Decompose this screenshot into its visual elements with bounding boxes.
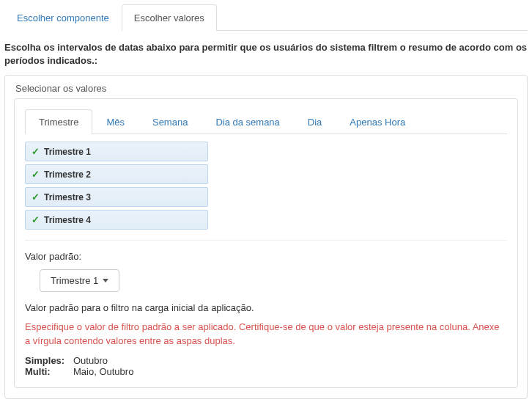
default-value-help: Valor padrão para o filtro na carga inic… [25,302,507,313]
tab-trimestre[interactable]: Trimestre [25,109,92,134]
dropdown-selected-text: Trimestre 1 [51,275,98,286]
example-multi-value: Maio, Outubro [73,366,133,377]
value-label: Trimestre 4 [44,215,91,225]
outer-tabs: Escolher componente Escolher valores [4,4,528,31]
check-icon: ✓ [32,146,40,157]
tab-choose-component[interactable]: Escolher componente [4,4,122,31]
select-values-fieldset: Selecionar os valores Trimestre Mês Sema… [4,75,528,398]
default-value-examples: Simples: Outubro Multi: Maio, Outubro [25,355,507,377]
tab-dia-da-semana[interactable]: Dia da semana [202,109,293,134]
value-label: Trimestre 1 [44,147,91,157]
check-icon: ✓ [32,191,40,202]
value-label: Trimestre 2 [44,169,91,180]
tab-mes[interactable]: Mês [92,109,138,134]
period-tabs: Trimestre Mês Semana Dia da semana Dia A… [25,109,507,134]
default-value-warning: Especifique o valor de filtro padrão a s… [25,321,507,347]
tab-apenas-hora[interactable]: Apenas Hora [336,109,419,134]
example-simple-label: Simples: [25,355,69,366]
default-value-dropdown[interactable]: Trimestre 1 [40,269,119,292]
fieldset-legend: Selecionar os valores [14,83,518,98]
default-value-section: Valor padrão: Trimestre 1 Valor padrão p… [25,240,507,376]
value-list: ✓ Trimestre 1 ✓ Trimestre 2 ✓ Trimestre … [25,142,507,230]
check-icon: ✓ [32,214,40,225]
tab-semana[interactable]: Semana [138,109,202,134]
default-value-label: Valor padrão: [25,251,507,262]
tab-dia[interactable]: Dia [294,109,336,134]
value-item-trimestre-2[interactable]: ✓ Trimestre 2 [25,164,208,184]
tab-choose-values[interactable]: Escolher valores [122,4,217,31]
value-item-trimestre-1[interactable]: ✓ Trimestre 1 [25,142,208,161]
example-simple-value: Outubro [73,355,108,366]
value-item-trimestre-3[interactable]: ✓ Trimestre 3 [25,187,208,207]
values-panel: Trimestre Mês Semana Dia da semana Dia A… [14,98,518,387]
caret-down-icon [103,279,108,282]
instruction-text: Escolha os intervalos de datas abaixo pa… [4,41,528,67]
value-item-trimestre-4[interactable]: ✓ Trimestre 4 [25,210,208,230]
check-icon: ✓ [32,169,40,180]
example-multi-label: Multi: [25,366,69,377]
value-label: Trimestre 3 [44,192,91,202]
